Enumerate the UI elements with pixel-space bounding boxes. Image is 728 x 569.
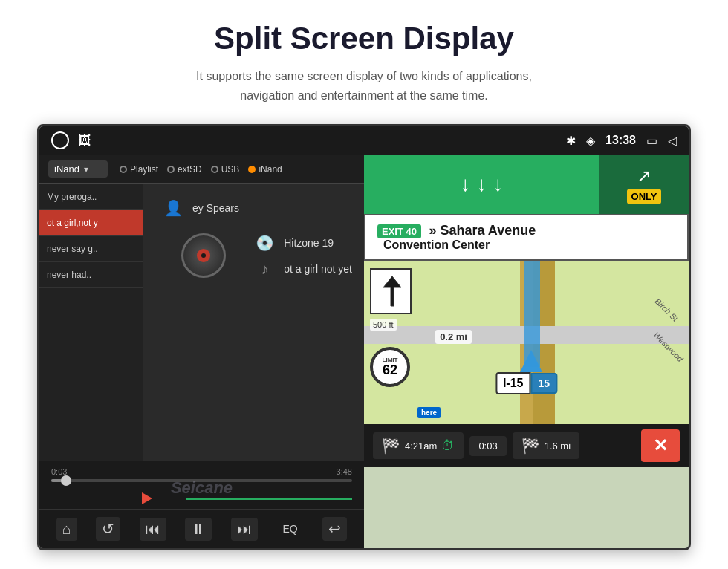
clock-icon: ⏱	[441, 438, 455, 454]
source-tabs: Playlist extSD USB iNand	[120, 164, 355, 175]
nav-top-signs: ↓ ↓ ↓ ↗ ONLY	[364, 155, 689, 214]
screen-record-icon: ▭	[646, 134, 657, 148]
map-visual: 500 ft here 0.2 mi LIMIT 62	[364, 261, 689, 424]
status-time: 13:38	[605, 134, 636, 147]
tab-usb[interactable]: USB	[211, 164, 240, 175]
music-player-panel: iNand ▾ Playlist extSD USB	[39, 155, 364, 548]
close-icon: ✕	[653, 435, 668, 456]
playlist-item-3[interactable]: never say g..	[39, 236, 143, 262]
progress-section: 0:03 3:48	[39, 461, 364, 488]
tab-playlist-label: Playlist	[130, 164, 158, 175]
down-arrow-2-icon: ↓	[477, 172, 487, 196]
home-button[interactable]: ⌂	[56, 518, 77, 541]
tab-inand[interactable]: iNand	[248, 164, 282, 175]
tab-inand-label: iNand	[259, 164, 282, 175]
track-artist: ey Spears	[192, 202, 239, 214]
image-icon: 🖼	[78, 133, 91, 149]
only-badge: ONLY	[627, 189, 662, 204]
prev-button[interactable]: ⏮	[140, 518, 166, 541]
source-dropdown[interactable]: iNand ▾	[48, 160, 108, 178]
up-right-arrow-icon: ↗	[637, 166, 651, 186]
progress-bar[interactable]	[51, 479, 352, 482]
progress-times: 0:03 3:48	[51, 467, 352, 476]
now-playing: 👤 ey Spears 💿 H	[143, 184, 364, 461]
track-info: 👤 ey Spears	[155, 199, 352, 217]
tab-extsd-label: extSD	[178, 164, 202, 175]
eta-time: 4:21am	[405, 440, 437, 452]
playlist-sidebar: My preroga.. ot a girl,not y never say g…	[39, 184, 143, 461]
page-header: Split Screen Display It supports the sam…	[0, 0, 728, 117]
track-song: ot a girl not yet	[284, 263, 352, 275]
status-right: ✱ ◈ 13:38 ▭ ◁	[566, 134, 677, 148]
radio-dot-inand	[248, 166, 256, 173]
nav-bottom-bar: 🏁 4:21am ⏱ 0:03 🏁 1.6 mi ✕	[364, 424, 689, 467]
circle-icon	[51, 131, 69, 149]
status-bar: 🖼 ✱ ◈ 13:38 ▭ ◁	[39, 126, 689, 155]
green-direction-sign: ↓ ↓ ↓	[364, 155, 599, 214]
split-screen: iNand ▾ Playlist extSD USB	[39, 155, 689, 548]
playlist-item-1[interactable]: My preroga..	[39, 184, 143, 210]
back-button[interactable]: ↩	[322, 517, 347, 541]
here-logo: here	[417, 407, 441, 418]
remaining-block: 🏁 1.6 mi	[513, 432, 579, 459]
turn-right-sign: ↗ ONLY	[599, 155, 689, 214]
artist-icon: 👤	[163, 199, 183, 217]
media-indicator-bar	[39, 488, 364, 509]
disc-icon: 💿	[254, 234, 275, 252]
note-icon: ♪	[254, 261, 275, 278]
progress-thumb[interactable]	[61, 475, 71, 486]
radio-dot-usb	[211, 166, 218, 173]
checkered-end-icon: 🏁	[521, 437, 540, 455]
distance-label: 500 ft	[373, 320, 394, 329]
next-button[interactable]: ⏭	[231, 518, 258, 541]
album-art	[181, 233, 226, 278]
playlist-item-4[interactable]: never had..	[39, 262, 143, 288]
birch-st-label: Birch St	[654, 296, 680, 323]
play-indicator-icon	[142, 492, 152, 504]
tab-extsd[interactable]: extSD	[167, 164, 202, 175]
location-icon: ◈	[586, 134, 595, 148]
exit-subtitle-text: Convention Center	[377, 238, 490, 251]
highway-shield: 15	[531, 373, 558, 394]
route-distance: 0.2 mi	[435, 330, 472, 344]
navigation-panel: ↓ ↓ ↓ ↗ ONLY EXIT 40 » Sahara Avenue Con…	[364, 155, 689, 548]
checkered-start-icon: 🏁	[382, 437, 400, 455]
turn-sign	[370, 268, 412, 314]
album-art-dot	[201, 253, 206, 258]
source-label: iNand	[54, 163, 79, 175]
repeat-button[interactable]: ↺	[96, 517, 120, 541]
back-icon: ◁	[668, 134, 677, 148]
source-selector: iNand ▾ Playlist extSD USB	[39, 155, 364, 184]
page-subtitle: It supports the same screen display of t…	[30, 67, 698, 105]
track-album-row: 💿 Hitzone 19	[254, 234, 352, 252]
trip-elapsed: 0:03	[478, 440, 497, 452]
turn-overlay: 500 ft	[370, 268, 412, 331]
dropdown-arrow-icon: ▾	[84, 164, 88, 175]
down-arrow-1-icon: ↓	[461, 172, 471, 196]
eq-button[interactable]: EQ	[276, 520, 303, 538]
page-title: Split Screen Display	[30, 21, 698, 56]
speed-number: 62	[383, 363, 397, 377]
playlist-item-2[interactable]: ot a girl,not y	[39, 210, 143, 236]
green-progress-line	[186, 498, 352, 500]
exit-banner: EXIT 40 » Sahara Avenue Convention Cente…	[364, 214, 689, 261]
content-area: My preroga.. ot a girl,not y never say g…	[39, 184, 364, 461]
highway-label: I-15	[495, 372, 531, 394]
down-arrow-3-icon: ↓	[493, 172, 504, 196]
bluetooth-icon: ✱	[566, 134, 576, 148]
radio-dot-extsd	[167, 166, 175, 173]
device-frame: 🖼 ✱ ◈ 13:38 ▭ ◁ iNand ▾ Playlist	[37, 124, 691, 550]
exit-street-text: » Sahara Avenue	[429, 223, 536, 238]
trip-remaining: 1.6 mi	[545, 440, 571, 452]
highway-badge: I-15 15	[495, 372, 557, 394]
turn-arrow-svg	[376, 273, 406, 310]
track-artist-row: 👤 ey Spears	[163, 199, 352, 217]
radio-dot-playlist	[120, 166, 127, 173]
nav-close-button[interactable]: ✕	[641, 429, 680, 462]
tab-playlist[interactable]: Playlist	[120, 164, 158, 175]
track-album: Hitzone 19	[284, 237, 334, 249]
playback-bar: ⌂ ↺ ⏮ ⏸ ⏭ EQ ↩	[39, 509, 364, 548]
eta-block: 🏁 4:21am ⏱	[373, 432, 464, 459]
speed-limit-sign: LIMIT 62	[370, 347, 410, 387]
play-pause-button[interactable]: ⏸	[185, 518, 212, 541]
